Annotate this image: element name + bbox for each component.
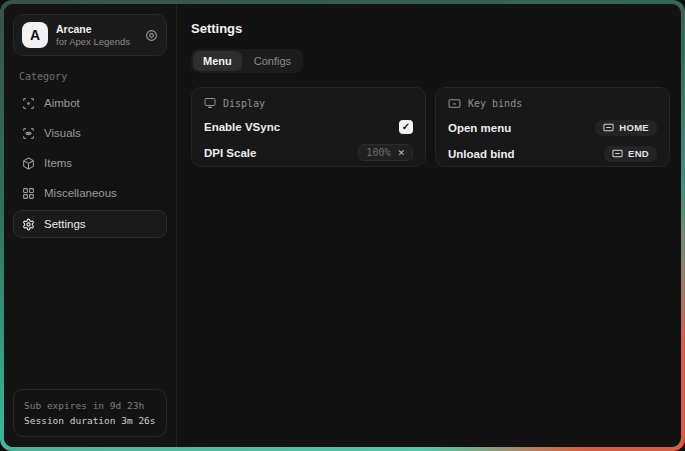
- sidebar-nav: Aimbot Visuals: [13, 90, 167, 238]
- keybinds-card-header: Key binds: [448, 97, 657, 110]
- vsync-row: Enable VSync ✓: [204, 118, 413, 135]
- unload-bind-row: Unload bind END: [448, 145, 657, 162]
- keyboard-icon: [448, 97, 461, 110]
- app-window: A Arcane for Apex Legends Category: [4, 4, 681, 447]
- profile-text: Arcane for Apex Legends: [56, 23, 137, 48]
- page-title: Settings: [191, 21, 670, 36]
- monitor-icon: [204, 97, 216, 109]
- category-label: Category: [19, 71, 161, 82]
- unload-bind-label: Unload bind: [448, 148, 514, 160]
- vsync-checkbox[interactable]: ✓: [399, 120, 413, 134]
- app-subtitle: for Apex Legends: [56, 36, 137, 48]
- app-logo: A: [22, 22, 48, 48]
- dpi-scale-input[interactable]: 100% ✕: [358, 144, 413, 161]
- sidebar-item-label: Items: [44, 157, 72, 169]
- tab-menu[interactable]: Menu: [193, 51, 242, 71]
- target-icon[interactable]: [145, 29, 158, 42]
- sub-expires-text: Sub expires in 9d 23h: [24, 398, 156, 413]
- gear-icon: [22, 218, 35, 231]
- display-card-header: Display: [204, 97, 413, 109]
- grid-icon: [22, 187, 35, 200]
- sidebar-item-label: Visuals: [44, 127, 81, 139]
- tab-configs[interactable]: Configs: [244, 51, 301, 71]
- subscription-status-card: Sub expires in 9d 23h Session duration 3…: [13, 389, 167, 437]
- open-menu-row: Open menu HOME: [448, 119, 657, 136]
- dpi-label: DPI Scale: [204, 147, 256, 159]
- sidebar: A Arcane for Apex Legends Category: [4, 4, 177, 447]
- keyboard-icon: [603, 122, 614, 133]
- sidebar-item-label: Aimbot: [44, 97, 80, 109]
- keybinds-card: Key binds Open menu HOME: [435, 87, 670, 167]
- keybinds-card-title: Key binds: [468, 98, 522, 109]
- display-card: Display Enable VSync ✓ DPI Scale 100% ✕: [191, 87, 426, 167]
- settings-tabs: Menu Configs: [191, 49, 303, 73]
- app-name: Arcane: [56, 23, 137, 36]
- dpi-value: 100%: [366, 147, 390, 158]
- session-duration-text: Session duration 3m 26s: [24, 413, 156, 428]
- vsync-label: Enable VSync: [204, 121, 280, 133]
- dpi-row: DPI Scale 100% ✕: [204, 144, 413, 161]
- sidebar-item-label: Settings: [44, 218, 86, 230]
- eye-scan-icon: [22, 127, 35, 140]
- settings-cards: Display Enable VSync ✓ DPI Scale 100% ✕: [191, 87, 670, 167]
- crosshair-icon: [22, 97, 35, 110]
- unload-bind-key: END: [628, 148, 649, 159]
- display-card-title: Display: [223, 98, 265, 109]
- sidebar-item-aimbot[interactable]: Aimbot: [13, 90, 167, 116]
- main-content: Settings Menu Configs Display: [177, 4, 681, 447]
- sidebar-item-label: Miscellaneous: [44, 187, 117, 199]
- sidebar-spacer: [13, 238, 167, 389]
- open-menu-key: HOME: [619, 122, 649, 133]
- profile-card: A Arcane for Apex Legends: [13, 14, 167, 56]
- sidebar-item-miscellaneous[interactable]: Miscellaneous: [13, 180, 167, 206]
- close-icon[interactable]: ✕: [397, 148, 405, 158]
- open-menu-label: Open menu: [448, 122, 511, 134]
- package-icon: [22, 157, 35, 170]
- sidebar-item-items[interactable]: Items: [13, 150, 167, 176]
- unload-keybind-button[interactable]: END: [604, 146, 657, 162]
- sidebar-item-settings[interactable]: Settings: [13, 210, 167, 238]
- keyboard-icon: [612, 148, 623, 159]
- window-gradient-border: A Arcane for Apex Legends Category: [0, 0, 685, 451]
- open-menu-keybind-button[interactable]: HOME: [595, 120, 657, 136]
- sidebar-item-visuals[interactable]: Visuals: [13, 120, 167, 146]
